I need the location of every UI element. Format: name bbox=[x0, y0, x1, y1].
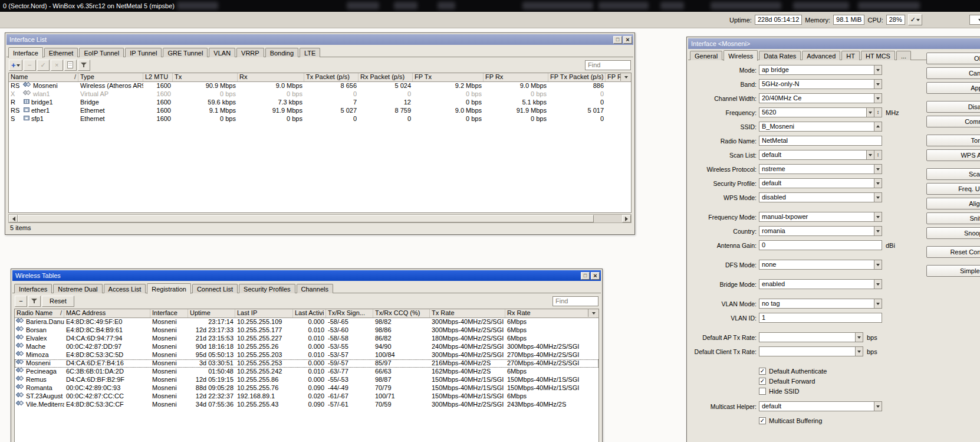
field-input[interactable]: romania bbox=[759, 226, 874, 236]
find-input[interactable] bbox=[585, 60, 631, 70]
table-row[interactable]: RemusD4:CA:6D:BF:B2:9FMosneni12d 05:19:1… bbox=[15, 376, 598, 384]
tab-ht-mcs[interactable]: HT MCS bbox=[861, 51, 895, 60]
column-header-rx-rate[interactable]: Rx Rate bbox=[505, 309, 597, 317]
disable-button[interactable]: × bbox=[51, 60, 63, 71]
column-header-mac-address[interactable]: MAC Address bbox=[64, 309, 150, 317]
tab-vlan[interactable]: VLAN bbox=[209, 48, 235, 57]
app-titlebar[interactable]: 0 (Sector.Nord) - WinBox v6.35rc12 on Ne… bbox=[0, 0, 980, 12]
dropdown-button[interactable] bbox=[874, 260, 882, 270]
field-input[interactable] bbox=[759, 332, 856, 342]
tab-interface[interactable]: Interface bbox=[8, 47, 43, 58]
dropdown-button[interactable] bbox=[867, 107, 874, 117]
table-row[interactable]: Vile.MediterraneE4:8D:8C:53:3C:CFMosneni… bbox=[15, 401, 598, 409]
tab-gre-tunnel[interactable]: GRE Tunnel bbox=[163, 48, 208, 57]
tab-ethernet[interactable]: Ethernet bbox=[44, 48, 78, 57]
tab-data-rates[interactable]: Data Rates bbox=[759, 51, 801, 60]
tab-registration[interactable]: Registration bbox=[147, 283, 191, 294]
column-header-name[interactable]: Name/ bbox=[9, 73, 78, 81]
tab-security-profiles[interactable]: Security Profiles bbox=[239, 284, 295, 293]
field-input[interactable]: 1 bbox=[759, 313, 882, 323]
dropdown-button[interactable] bbox=[856, 346, 863, 356]
column-header-l2-mtu[interactable]: L2 MTU bbox=[143, 73, 173, 81]
dropdown-button[interactable] bbox=[874, 79, 882, 89]
tab-general[interactable]: General bbox=[690, 51, 722, 60]
find-input[interactable] bbox=[553, 296, 598, 306]
field-input[interactable]: default bbox=[759, 401, 874, 411]
dropdown-button[interactable] bbox=[874, 279, 882, 289]
button-wps-accept[interactable]: WPS Accept bbox=[926, 149, 980, 161]
tab-more[interactable]: ... bbox=[896, 51, 911, 60]
button-cancel[interactable]: Cancel bbox=[926, 67, 980, 79]
field-input[interactable]: NetMetal bbox=[759, 136, 882, 146]
column-header-tx-rx-ccq[interactable]: Tx/Rx CCQ (%) bbox=[373, 309, 430, 317]
tab-ip-tunnel[interactable]: IP Tunnel bbox=[125, 48, 162, 57]
tab-connect-list[interactable]: Connect List bbox=[192, 284, 238, 293]
field-input[interactable]: 20/40MHz Ce bbox=[759, 93, 874, 103]
dropdown-button[interactable] bbox=[874, 299, 882, 309]
field-input[interactable]: disabled bbox=[759, 192, 874, 202]
status-check-button[interactable]: ✓ bbox=[908, 14, 922, 25]
button-freq-usage[interactable]: Freq. Usage... bbox=[926, 183, 980, 195]
dropdown-button[interactable] bbox=[867, 150, 874, 160]
tab-access-list[interactable]: Access List bbox=[104, 284, 146, 293]
field-input[interactable]: default bbox=[759, 150, 867, 160]
column-header-uptime[interactable]: Uptime bbox=[188, 309, 235, 317]
filter-button[interactable] bbox=[78, 60, 90, 71]
button-apply[interactable]: Apply bbox=[926, 82, 980, 94]
dropdown-button[interactable] bbox=[874, 192, 882, 202]
tab-channels[interactable]: Channels bbox=[297, 284, 333, 293]
table-row[interactable]: RSether1Ethernet16009.1 Mbps91.9 Mbps5 0… bbox=[9, 107, 631, 115]
maximize-button[interactable]: □ bbox=[613, 36, 622, 44]
tab-vrrp[interactable]: VRRP bbox=[236, 48, 264, 57]
tab-lte[interactable]: LTE bbox=[300, 48, 320, 57]
column-header-fp-tx[interactable]: FP Tx bbox=[413, 73, 484, 81]
field-input[interactable] bbox=[759, 346, 856, 356]
column-header-tx-packet-p-s[interactable]: Tx Packet (p/s) bbox=[304, 73, 359, 81]
reset-button[interactable]: Reset bbox=[42, 296, 74, 307]
button-reset-configuration[interactable]: Reset Configuration bbox=[926, 246, 980, 258]
table-row[interactable]: Ssfp1Ethernet16000 bps0 bps000 bps0 bps0 bbox=[9, 115, 631, 123]
dropdown-button[interactable] bbox=[874, 93, 882, 103]
dropdown-button[interactable] bbox=[874, 226, 882, 236]
column-header-fp-rx[interactable]: FP Rx bbox=[484, 73, 548, 81]
table-row[interactable]: BorsanE4:8D:8C:B4:B9:61Mosneni12d 23:17:… bbox=[15, 326, 598, 335]
tab-bonding[interactable]: Bonding bbox=[265, 48, 298, 57]
interface-dialog-titlebar[interactable]: Interface <Mosneni> bbox=[688, 38, 980, 49]
table-row[interactable]: Mache00:0C:42:87:DD:97Mosneni90d 18:16:1… bbox=[15, 343, 598, 351]
maximize-button[interactable]: □ bbox=[581, 272, 590, 280]
field-input[interactable]: default bbox=[759, 178, 874, 188]
column-select-button[interactable] bbox=[620, 73, 631, 81]
comment-button[interactable] bbox=[64, 60, 77, 71]
field-input[interactable]: nstreme bbox=[759, 164, 874, 174]
column-header-tx-rx-sign[interactable]: Tx/Rx Sign... bbox=[326, 309, 373, 317]
collapse-button[interactable] bbox=[874, 122, 882, 132]
tab-ht[interactable]: HT bbox=[841, 51, 860, 60]
close-button[interactable]: × bbox=[591, 272, 600, 280]
field-input[interactable]: 5620 bbox=[759, 107, 867, 117]
wireless-tables-titlebar[interactable]: Wireless Tables □ × bbox=[12, 270, 601, 281]
field-input[interactable]: enabled bbox=[759, 279, 874, 289]
button-comment[interactable]: Comment bbox=[926, 116, 980, 127]
filter-button[interactable] bbox=[28, 296, 41, 307]
button-disable[interactable]: Disable bbox=[926, 101, 980, 113]
column-header-type[interactable]: Type bbox=[78, 73, 143, 81]
button-sniff[interactable]: Sniff... bbox=[926, 212, 980, 224]
column-header-rx[interactable]: Rx bbox=[238, 73, 304, 81]
button-ok[interactable]: OK bbox=[926, 53, 980, 64]
close-button[interactable]: × bbox=[623, 36, 632, 44]
checkbox-default-forward[interactable]: ✓ bbox=[759, 378, 766, 385]
table-row[interactable]: MosneniD4:CA:6D:E7:B4:16Mosneni3d 03:30:… bbox=[15, 359, 598, 368]
field-input[interactable]: ap bridge bbox=[759, 65, 874, 75]
remove-button[interactable]: − bbox=[24, 60, 36, 71]
table-row[interactable]: ElvalexD4:CA:6D:94:77:94Mosneni21d 23:15… bbox=[15, 335, 598, 343]
button-simple-mode[interactable]: Simple Mode bbox=[926, 265, 980, 277]
table-row[interactable]: Rbridge1Bridge160059.6 kbps7.3 kbps7120 … bbox=[9, 99, 631, 107]
button-torch[interactable]: Torch bbox=[926, 135, 980, 146]
table-row[interactable]: MimozaE4:8D:8C:53:3C:5DMosneni95d 05:50:… bbox=[15, 351, 598, 359]
field-input[interactable]: 0 bbox=[759, 240, 882, 250]
field-input[interactable]: none bbox=[759, 260, 874, 270]
mini-dropdown[interactable] bbox=[969, 15, 980, 25]
interface-list-titlebar[interactable]: Interface List □ × bbox=[6, 34, 633, 45]
column-header-rx-packet-p-s[interactable]: Rx Packet (p/s) bbox=[359, 73, 413, 81]
column-header-last-ip[interactable]: Last IP bbox=[235, 309, 293, 317]
